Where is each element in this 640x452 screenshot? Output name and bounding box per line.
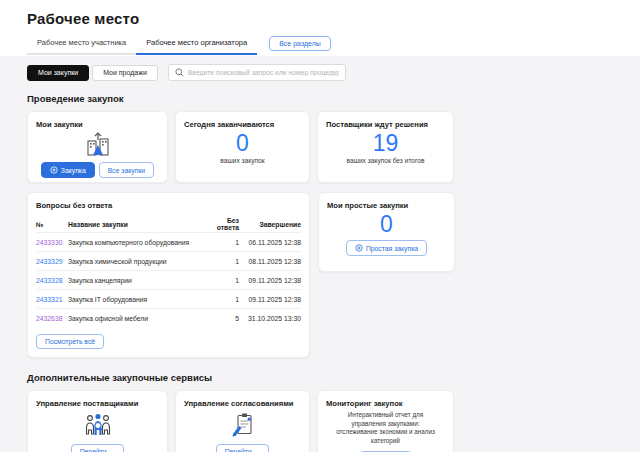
search-input[interactable]: [188, 69, 339, 76]
unanswered-count: 5: [203, 315, 241, 322]
search-icon: [175, 68, 184, 77]
procedure-link[interactable]: 2433330: [36, 239, 68, 246]
approvals-go-label: Перейти →: [225, 448, 261, 452]
all-purchases-label: Все закупки: [108, 167, 145, 174]
tabbar: Рабочее место участника Рабочее место ор…: [27, 34, 640, 55]
approvals-go-button[interactable]: Перейти →: [216, 444, 270, 452]
suppliers-management-card: Управление поставщиками Перейти →: [27, 390, 168, 452]
questions-title: Вопросы без ответа: [36, 201, 301, 210]
questions-table: № Название закупки Без ответа Завершение…: [36, 216, 301, 327]
procedure-name: Закупка компьютерного оборудования: [68, 239, 203, 246]
procedure-name: Закупка офисной мебели: [68, 315, 203, 322]
suppliers-waiting-card: Поставщики ждут решения 19 ваших закупок…: [317, 111, 454, 183]
services-section-heading: Дополнительные закупочные сервисы: [27, 372, 455, 383]
all-purchases-button[interactable]: Все закупки: [99, 162, 154, 178]
unanswered-count: 1: [203, 296, 241, 303]
view-all-label: Посмотреть всё: [45, 338, 95, 345]
approvals-clipboard-icon: [230, 412, 256, 438]
procedure-name: Закупка канцелярии: [68, 277, 203, 284]
table-row: 2433329 Закупка химической продукции 1 0…: [36, 251, 301, 270]
ending-today-title: Сегодня заканчиваются: [184, 120, 274, 129]
deadline: 09.11.2025 12:38: [241, 296, 301, 303]
table-row: 2433328 Закупка канцелярии 1 09.11.2025 …: [36, 270, 301, 289]
suppliers-waiting-count: 19: [373, 132, 399, 155]
procedure-link[interactable]: 2433328: [36, 277, 68, 284]
approvals-management-card: Управление согласованиями Перейти →: [175, 390, 310, 452]
suppliers-waiting-caption: ваших закупок без итогов: [347, 157, 425, 164]
deadline: 08.11.2025 12:38: [241, 258, 301, 265]
page-title: Рабочее место: [27, 10, 640, 27]
monitoring-title: Мониторинг закупок: [326, 399, 445, 408]
col-name: Название закупки: [68, 221, 203, 228]
create-purchase-button[interactable]: Закупка: [41, 162, 95, 178]
procedure-name: Закупка IT оборудования: [68, 296, 203, 303]
simple-purchase-button[interactable]: Простая закупка: [346, 240, 427, 256]
monitoring-card: Мониторинг закупок Интерактивный отчет д…: [317, 390, 454, 452]
unanswered-count: 1: [203, 277, 241, 284]
all-sections-button[interactable]: Все разделы: [269, 36, 331, 51]
tab-organizer-workplace[interactable]: Рабочее место организатора: [136, 34, 257, 55]
deadline: 06.11.2025 12:38: [241, 239, 301, 246]
my-purchases-card: Мои закупки Закупка: [27, 111, 168, 183]
suppliers-go-button[interactable]: Перейти →: [71, 444, 125, 452]
col-number: №: [36, 221, 68, 228]
unanswered-count: 1: [203, 258, 241, 265]
suppliers-waiting-title: Поставщики ждут решения: [326, 120, 428, 129]
simple-purchases-title: Мои простые закупки: [327, 201, 408, 210]
toggle-my-sales[interactable]: Мои продажи: [92, 65, 158, 81]
approvals-management-title: Управление согласованиями: [184, 399, 301, 408]
view-all-button[interactable]: Посмотреть всё: [36, 334, 104, 349]
create-purchase-label: Закупка: [61, 167, 86, 174]
ending-today-caption: ваших закупок: [220, 157, 264, 164]
content: Мои закупки Мои продажи Проведение закуп…: [0, 56, 455, 452]
procurement-cards-row: Мои закупки Закупка: [27, 111, 455, 183]
questions-card: Вопросы без ответа № Название закупки Бе…: [27, 192, 310, 358]
plus-circle-icon: [50, 166, 58, 174]
plus-circle-icon: [355, 244, 363, 252]
procedure-link[interactable]: 2433329: [36, 258, 68, 265]
table-row: 2433330 Закупка компьютерного оборудован…: [36, 232, 301, 251]
services-cards-row: Управление поставщиками Перейти →: [27, 390, 455, 452]
ending-today-count: 0: [236, 132, 249, 155]
col-deadline: Завершение: [241, 221, 301, 228]
suppliers-go-label: Перейти →: [80, 448, 116, 452]
deadline: 31.10.2025 13:30: [241, 315, 301, 322]
deadline: 09.11.2025 12:38: [241, 277, 301, 284]
toggle-my-purchases[interactable]: Мои закупки: [27, 65, 89, 81]
building-purchase-icon: [84, 132, 112, 157]
simple-purchases-count: 0: [380, 213, 393, 236]
procedure-link[interactable]: 2433321: [36, 296, 68, 303]
suppliers-people-icon: [83, 412, 113, 438]
ending-today-card: Сегодня заканчиваются 0 ваших закупок: [175, 111, 310, 183]
simple-purchase-label: Простая закупка: [366, 245, 418, 252]
second-cards-row: Вопросы без ответа № Название закупки Бе…: [27, 192, 455, 358]
table-row: 2432638 Закупка офисной мебели 5 31.10.2…: [36, 308, 301, 327]
search-box[interactable]: [168, 64, 346, 81]
procurement-section-heading: Проведение закупок: [27, 93, 455, 104]
filter-row: Мои закупки Мои продажи: [27, 64, 455, 81]
my-purchases-title: Мои закупки: [36, 120, 159, 129]
col-unanswered: Без ответа: [203, 217, 241, 231]
procedure-name: Закупка химической продукции: [68, 258, 203, 265]
table-row: 2433321 Закупка IT оборудования 1 09.11.…: [36, 289, 301, 308]
header: Рабочее место Рабочее место участника Ра…: [0, 0, 640, 56]
simple-purchases-card: Мои простые закупки 0 Простая закупка: [318, 192, 455, 272]
procedure-link[interactable]: 2432638: [36, 315, 68, 322]
table-header-row: № Название закупки Без ответа Завершение: [36, 216, 301, 232]
monitoring-description: Интерактивный отчет для управления закуп…: [326, 411, 445, 445]
suppliers-management-title: Управление поставщиками: [36, 399, 159, 408]
tab-participant-workplace[interactable]: Рабочее место участника: [27, 34, 136, 55]
unanswered-count: 1: [203, 239, 241, 246]
